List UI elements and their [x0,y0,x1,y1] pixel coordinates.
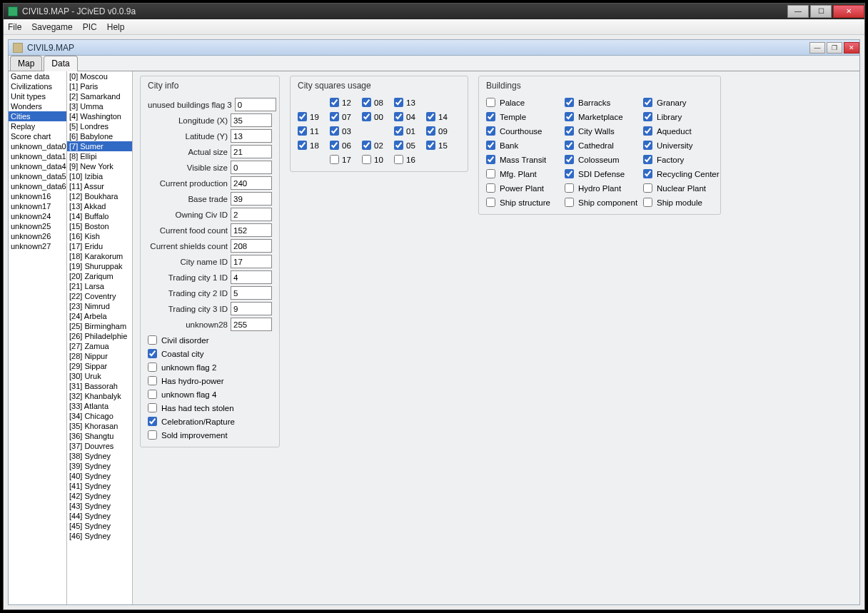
category-list-item[interactable]: unknown_data6 [9,181,66,191]
city-list[interactable]: [0] Moscou[1] Paris[2] Samarkand[3] Umma… [67,71,133,604]
building-checkbox[interactable] [565,155,574,164]
city-list-item[interactable]: [21] Larsa [67,281,132,291]
building-cell[interactable]: Hydro Plant [565,183,643,193]
building-checkbox[interactable] [486,98,495,107]
building-checkbox[interactable] [486,183,495,193]
city-list-item[interactable]: [35] Khorasan [67,421,132,431]
square-checkbox[interactable] [362,155,371,164]
inner-close-button[interactable] [844,42,859,54]
menu-pic[interactable]: PIC [83,22,97,32]
city-list-item[interactable]: [32] Khanbalyk [67,391,132,401]
flag-checkbox-row[interactable]: Has had tech stolen [148,403,272,412]
building-checkbox[interactable] [643,141,652,150]
city-list-item[interactable]: [34] Chicago [67,411,132,421]
building-cell[interactable]: Ship module [643,198,722,207]
square-checkbox[interactable] [298,141,307,150]
flag-checkbox[interactable] [148,376,157,385]
building-cell[interactable]: Mfg. Plant [486,169,565,178]
building-checkbox[interactable] [643,112,652,121]
field-input[interactable] [231,192,272,206]
square-cell[interactable]: 11 [298,126,330,136]
flag-checkbox-row[interactable]: Celebration/Rapture [148,417,272,426]
city-list-item[interactable]: [36] Shangtu [67,431,132,441]
square-checkbox[interactable] [362,112,371,121]
building-cell[interactable]: Nuclear Plant [643,183,722,193]
flag-checkbox[interactable] [148,349,157,358]
square-checkbox[interactable] [298,112,307,121]
square-checkbox[interactable] [394,141,403,150]
building-cell[interactable]: Marketplace [565,112,643,121]
city-list-item[interactable]: [27] Zamua [67,341,132,351]
city-list-item[interactable]: [1] Paris [67,81,132,91]
field-input[interactable] [231,318,272,331]
building-checkbox[interactable] [565,183,574,193]
city-list-item[interactable]: [19] Shuruppak [67,261,132,271]
building-checkbox[interactable] [486,141,495,150]
square-cell[interactable]: 15 [426,141,458,150]
city-list-item[interactable]: [29] Sippar [67,361,132,371]
square-cell[interactable]: 14 [426,112,458,121]
field-input[interactable] [231,208,272,221]
flag-checkbox-row[interactable]: Civil disorder [148,335,272,345]
building-checkbox[interactable] [565,198,574,207]
building-checkbox[interactable] [565,98,574,107]
building-checkbox[interactable] [643,198,652,207]
building-cell[interactable]: University [643,141,722,150]
category-list[interactable]: Game dataCivilizationsUnit typesWondersC… [9,71,67,604]
square-cell[interactable]: 09 [426,126,458,136]
city-list-item[interactable]: [7] Sumer [67,141,132,151]
building-checkbox[interactable] [565,141,574,150]
square-checkbox[interactable] [426,126,435,136]
city-list-item[interactable]: [2] Samarkand [67,91,132,101]
building-cell[interactable]: Cathedral [565,141,643,150]
square-checkbox[interactable] [394,98,403,107]
city-list-item[interactable]: [3] Umma [67,101,132,111]
city-list-item[interactable]: [24] Arbela [67,311,132,321]
square-checkbox[interactable] [330,155,339,164]
category-list-item[interactable]: unknown_data4 [9,161,66,171]
city-list-item[interactable]: [10] Izibia [67,171,132,181]
category-list-item[interactable]: Wonders [9,101,66,111]
city-list-item[interactable]: [43] Sydney [67,501,132,511]
square-cell[interactable]: 10 [362,155,394,164]
city-list-item[interactable]: [41] Sydney [67,481,132,491]
square-checkbox[interactable] [362,141,371,150]
maximize-button[interactable] [810,5,832,18]
inner-minimize-button[interactable] [809,42,825,54]
tab-data[interactable]: Data [44,56,77,71]
city-list-item[interactable]: [22] Coventry [67,291,132,301]
building-cell[interactable]: Power Plant [486,183,565,193]
city-list-item[interactable]: [13] Akkad [67,201,132,211]
building-checkbox[interactable] [486,126,495,136]
field-input[interactable] [231,223,272,237]
building-cell[interactable]: Library [643,112,722,121]
menu-help[interactable]: Help [107,22,125,32]
city-list-item[interactable]: [45] Sydney [67,521,132,531]
flag-checkbox[interactable] [148,363,157,372]
city-list-item[interactable]: [20] Zariqum [67,271,132,281]
city-list-item[interactable]: [28] Nippur [67,351,132,361]
close-button[interactable] [833,5,864,18]
building-checkbox[interactable] [643,169,652,178]
city-list-item[interactable]: [23] Nimrud [67,301,132,311]
square-cell[interactable]: 07 [330,112,362,121]
building-checkbox[interactable] [643,183,652,193]
field-input[interactable] [235,98,276,111]
city-list-item[interactable]: [31] Bassorah [67,381,132,391]
square-checkbox[interactable] [330,112,339,121]
flag-checkbox-row[interactable]: unknown flag 2 [148,363,272,372]
square-cell[interactable]: 00 [362,112,394,121]
building-cell[interactable]: Factory [643,155,722,164]
city-list-item[interactable]: [18] Karakorum [67,251,132,261]
square-checkbox[interactable] [362,98,371,107]
flag-checkbox-row[interactable]: Sold improvement [148,430,272,440]
city-list-item[interactable]: [25] Birmingham [67,321,132,331]
building-cell[interactable]: Granary [643,98,722,107]
field-input[interactable] [231,176,272,190]
building-cell[interactable]: City Walls [565,126,643,136]
category-list-item[interactable]: unknown_data5 [9,171,66,181]
city-list-item[interactable]: [9] New York [67,161,132,171]
category-list-item[interactable]: Replay [9,121,66,131]
city-list-item[interactable]: [12] Boukhara [67,191,132,201]
category-list-item[interactable]: Game data [9,71,66,81]
